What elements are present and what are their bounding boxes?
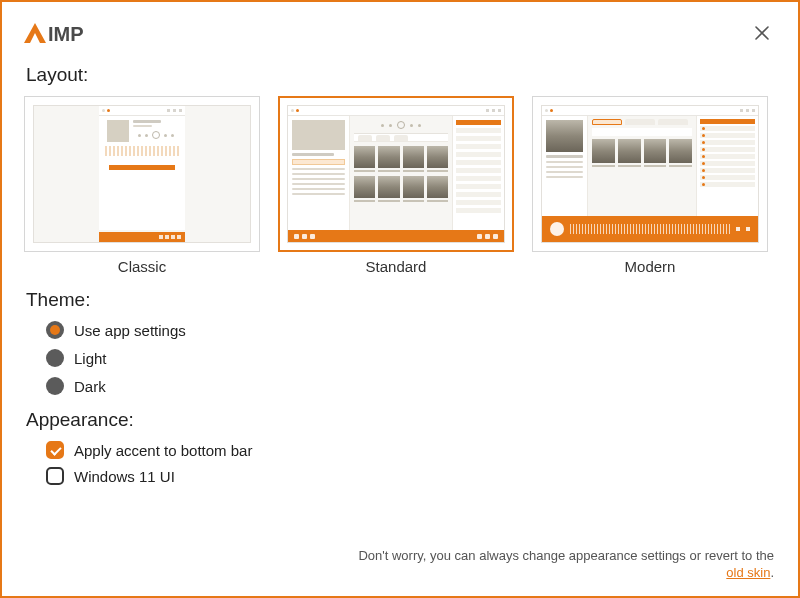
layout-thumb-modern	[532, 96, 768, 252]
footer-note-suffix: .	[770, 565, 774, 580]
layout-label-standard: Standard	[278, 258, 514, 275]
theme-option-dark[interactable]: Dark	[46, 377, 776, 395]
layout-label-modern: Modern	[532, 258, 768, 275]
theme-option-label: Use app settings	[74, 322, 186, 339]
titlebar: IMP	[24, 16, 776, 50]
theme-options: Use app settings Light Dark	[46, 321, 776, 395]
theme-option-app[interactable]: Use app settings	[46, 321, 776, 339]
layout-thumb-standard	[278, 96, 514, 252]
theme-heading: Theme:	[26, 289, 776, 311]
layout-option-standard[interactable]: Standard	[278, 96, 514, 275]
appearance-option-label: Windows 11 UI	[74, 468, 175, 485]
layout-thumb-classic	[24, 96, 260, 252]
theme-option-label: Dark	[74, 378, 106, 395]
old-skin-link[interactable]: old skin	[726, 565, 770, 580]
layout-option-classic[interactable]: Classic	[24, 96, 260, 275]
theme-option-light[interactable]: Light	[46, 349, 776, 367]
checkbox-icon	[46, 467, 64, 485]
radio-icon	[46, 321, 64, 339]
radio-icon	[46, 377, 64, 395]
appearance-heading: Appearance:	[26, 409, 776, 431]
close-icon	[754, 25, 770, 41]
close-button[interactable]	[748, 19, 776, 47]
checkbox-icon	[46, 441, 64, 459]
layout-label-classic: Classic	[24, 258, 260, 275]
svg-marker-0	[24, 23, 46, 43]
layout-options: Classic	[24, 96, 776, 275]
layout-heading: Layout:	[26, 64, 776, 86]
footer-note-prefix: Don't worry, you can always change appea…	[358, 548, 774, 563]
appearance-options: Apply accent to bottom bar Windows 11 UI	[46, 441, 776, 485]
appearance-windows11-ui[interactable]: Windows 11 UI	[46, 467, 776, 485]
theme-option-label: Light	[74, 350, 107, 367]
appearance-accent-bottom-bar[interactable]: Apply accent to bottom bar	[46, 441, 776, 459]
app-logo: IMP	[24, 21, 116, 45]
settings-window: IMP Layout:	[0, 0, 800, 598]
appearance-option-label: Apply accent to bottom bar	[74, 442, 252, 459]
layout-option-modern[interactable]: Modern	[532, 96, 768, 275]
radio-icon	[46, 349, 64, 367]
footer-note: Don't worry, you can always change appea…	[354, 547, 774, 582]
svg-text:IMP: IMP	[48, 23, 84, 45]
